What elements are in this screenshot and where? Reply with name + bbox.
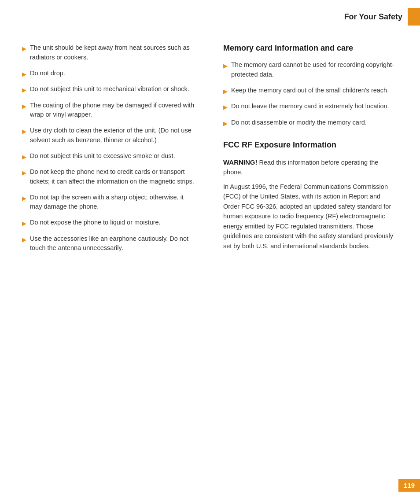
bullet-icon: ▶ — [22, 235, 26, 244]
fcc-section: FCC RF Exposure Information WARNING! Rea… — [223, 140, 398, 251]
right-column: Memory card information and care ▶The me… — [219, 43, 398, 259]
bullet-icon: ▶ — [22, 44, 26, 53]
list-item-text: Do not keep the phone next to credit car… — [30, 167, 197, 187]
list-item-text: The memory card cannot be used for recor… — [231, 60, 398, 80]
list-item-text: Do not expose the phone to liquid or moi… — [30, 218, 161, 228]
bullet-icon: ▶ — [22, 219, 26, 228]
bullet-icon: ▶ — [223, 62, 228, 70]
content-area: ▶The unit should be kept away from heat … — [0, 30, 420, 277]
list-item: ▶The coating of the phone may be damaged… — [22, 101, 197, 120]
list-item-text: Use the accessories like an earphone cau… — [30, 234, 197, 254]
list-item: ▶Do not expose the phone to liquid or mo… — [22, 218, 197, 228]
fcc-paragraph: In August 1996, the Federal Communicatio… — [223, 182, 398, 251]
list-item-text: Do not subject this unit to excessive sm… — [30, 151, 175, 161]
fcc-warning-label: WARNING! — [223, 158, 258, 166]
list-item-text: Do not disassemble or modify the memory … — [231, 118, 367, 128]
list-item-text: The unit should be kept away from heat s… — [30, 43, 197, 63]
list-item-text: Do not tap the screen with a sharp objec… — [30, 193, 197, 212]
bullet-icon: ▶ — [22, 86, 26, 95]
list-item-text: The coating of the phone may be damaged … — [30, 101, 197, 120]
list-item-text: Do not leave the memory card in extremel… — [231, 102, 389, 111]
list-item: ▶Keep the memory card out of the small c… — [223, 86, 398, 96]
bullet-icon: ▶ — [22, 102, 26, 111]
list-item: ▶Do not subject this unit to mechanical … — [22, 85, 197, 95]
memory-bullet-list: ▶The memory card cannot be used for reco… — [223, 60, 398, 128]
fcc-section-title: FCC RF Exposure Information — [223, 140, 398, 150]
left-bullet-list: ▶The unit should be kept away from heat … — [22, 43, 197, 253]
fcc-warning: WARNING! Read this information before op… — [223, 158, 398, 177]
list-item: ▶The memory card cannot be used for reco… — [223, 60, 398, 80]
list-item: ▶Do not disassemble or modify the memory… — [223, 118, 398, 128]
bullet-icon: ▶ — [223, 103, 228, 112]
page-number: 119 — [398, 479, 420, 492]
list-item-text: Do not subject this unit to mechanical v… — [30, 85, 189, 94]
list-item-text: Keep the memory card out of the small ch… — [231, 86, 389, 96]
list-item: ▶Do not subject this unit to excessive s… — [22, 151, 197, 162]
page-header: For Your Safety — [0, 0, 420, 30]
list-item: ▶Do not drop. — [22, 69, 197, 79]
bullet-icon: ▶ — [223, 119, 228, 128]
list-item: ▶Use dry cloth to clean the exterior of … — [22, 126, 197, 145]
bullet-icon: ▶ — [22, 127, 26, 136]
memory-section-title: Memory card information and care — [223, 43, 398, 53]
list-item-text: Do not drop. — [30, 69, 65, 78]
memory-section: Memory card information and care ▶The me… — [223, 43, 398, 128]
bullet-icon: ▶ — [22, 70, 26, 79]
list-item-text: Use dry cloth to clean the exterior of t… — [30, 126, 197, 145]
bullet-icon: ▶ — [223, 87, 228, 96]
bullet-icon: ▶ — [22, 194, 26, 203]
bullet-icon: ▶ — [22, 169, 26, 177]
header-accent-bar — [408, 8, 420, 26]
list-item: ▶Do not tap the screen with a sharp obje… — [22, 193, 197, 212]
header-title: For Your Safety — [344, 12, 408, 22]
list-item: ▶The unit should be kept away from heat … — [22, 43, 197, 63]
list-item: ▶Do not leave the memory card in extreme… — [223, 102, 398, 112]
left-column: ▶The unit should be kept away from heat … — [22, 43, 206, 259]
list-item: ▶Do not keep the phone next to credit ca… — [22, 167, 197, 187]
list-item: ▶Use the accessories like an earphone ca… — [22, 234, 197, 254]
bullet-icon: ▶ — [22, 153, 26, 162]
